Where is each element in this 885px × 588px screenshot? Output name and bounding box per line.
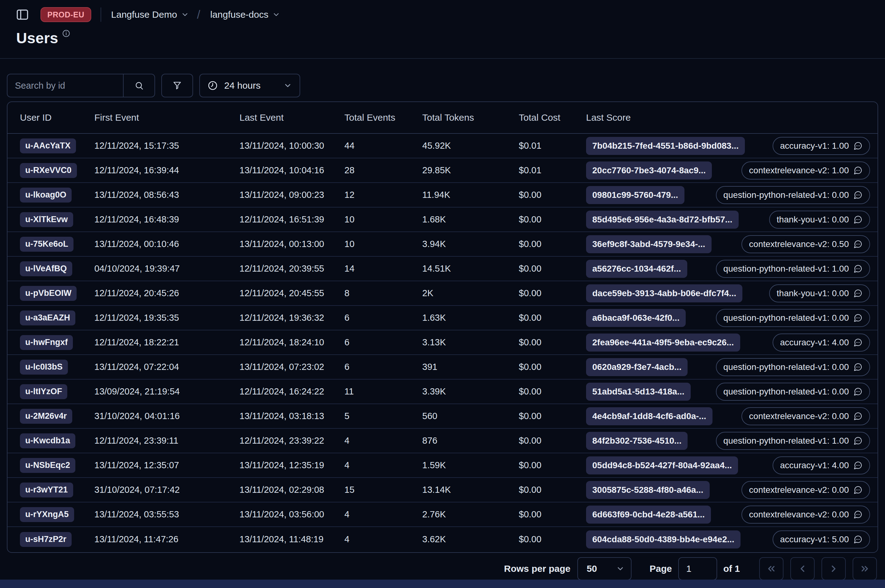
last-score-pill[interactable]: accuracy-v1: 4.00	[772, 456, 870, 474]
trace-id-badge[interactable]: 05dd94c8-b524-427f-80a4-92aa4...	[586, 456, 738, 474]
trace-id-badge[interactable]: 3005875c-5288-4f80-a46a...	[586, 481, 710, 499]
last-score-pill[interactable]: question-python-related-v1: 0.00	[716, 186, 870, 204]
table-row[interactable]: u-XlTkEvw 12/11/2024, 16:48:39 12/11/202…	[8, 207, 877, 232]
next-page-button[interactable]	[822, 557, 846, 580]
breadcrumb-project[interactable]: langfuse-docs	[210, 9, 280, 20]
chevrons-left-icon	[766, 563, 777, 574]
previous-page-button[interactable]	[790, 557, 814, 580]
last-score-pill[interactable]: question-python-related-v1: 1.00	[716, 432, 870, 450]
table-row[interactable]: u-lVeAfBQ 04/10/2024, 19:39:47 12/11/202…	[8, 256, 877, 281]
last-score-pill[interactable]: contextrelevance-v2: 0.00	[742, 407, 870, 425]
table-row[interactable]: u-lkoag0O 13/11/2024, 08:56:43 13/11/202…	[8, 183, 877, 207]
trace-id-badge[interactable]: 4e4cb9af-1dd8-4cf6-ad0a-...	[586, 407, 712, 425]
cell-total-events: 4	[345, 509, 422, 519]
last-score-pill[interactable]: contextrelevance-v2: 0.50	[742, 235, 870, 253]
clock-icon	[208, 80, 218, 91]
trace-id-badge[interactable]: 51abd5a1-5d13-418a...	[586, 382, 691, 401]
last-score-pill[interactable]: contextrelevance-v2: 1.00	[742, 162, 870, 180]
cell-total-tokens: 11.94K	[422, 190, 519, 200]
last-score-pill[interactable]: accuracy-v1: 1.00	[772, 137, 870, 155]
table-row[interactable]: u-RXeVVC0 12/11/2024, 16:39:44 13/11/202…	[8, 158, 877, 183]
last-score-pill[interactable]: question-python-related-v1: 0.00	[716, 358, 870, 376]
user-id-badge[interactable]: u-pVbEOIW	[20, 286, 77, 301]
trace-id-badge[interactable]: a56276cc-1034-462f...	[586, 260, 687, 278]
trace-id-badge[interactable]: 7b04b215-7fed-4551-b86d-9bd083...	[586, 137, 745, 155]
table-row[interactable]: u-rYXngA5 13/11/2024, 03:55:53 13/11/202…	[8, 502, 877, 527]
last-score-pill[interactable]: accuracy-v1: 5.00	[772, 531, 870, 549]
breadcrumb-org[interactable]: Langfuse Demo	[111, 9, 189, 20]
trace-id-badge[interactable]: 604cda88-50d0-4389-bb4e-e94e2...	[586, 531, 741, 549]
user-id-badge[interactable]: u-rYXngA5	[20, 507, 74, 522]
rows-per-page-select[interactable]: 50	[577, 557, 632, 580]
user-id-badge[interactable]: u-2M26v4r	[20, 409, 72, 424]
cell-total-cost: $0.00	[519, 288, 586, 298]
comment-bubble-icon	[853, 264, 862, 273]
user-id-badge[interactable]: u-RXeVVC0	[20, 163, 77, 178]
search-button[interactable]	[123, 74, 155, 97]
first-page-button[interactable]	[759, 557, 784, 580]
last-score-pill[interactable]: thank-you-v1: 0.00	[769, 211, 870, 229]
cell-total-events: 6	[345, 337, 422, 348]
column-header-last-score: Last Score	[586, 112, 870, 123]
user-id-badge[interactable]: u-75Ke6oL	[20, 237, 74, 252]
user-id-badge[interactable]: u-ltIYzOF	[20, 384, 67, 399]
user-id-badge[interactable]: u-AAcYaTX	[20, 138, 76, 153]
user-id-badge[interactable]: u-a3aEAZH	[20, 310, 75, 326]
last-page-button[interactable]	[853, 557, 877, 580]
user-id-badge[interactable]: u-r3wYT21	[20, 483, 73, 498]
table-row[interactable]: u-lc0I3bS 13/11/2024, 07:22:04 13/11/202…	[8, 355, 877, 380]
chevron-down-icon	[616, 564, 625, 573]
user-id-badge[interactable]: u-hwFngxf	[20, 335, 73, 350]
trace-id-badge[interactable]: 6d663f69-0cbd-4e28-a561...	[586, 506, 711, 524]
user-id-badge[interactable]: u-lkoag0O	[20, 188, 72, 202]
time-range-button[interactable]: 24 hours	[199, 74, 300, 98]
trace-id-badge[interactable]: 85d495e6-956e-4a3a-8d72-bfb57...	[586, 211, 739, 229]
search-input[interactable]	[8, 74, 123, 97]
table-row[interactable]: u-a3aEAZH 12/11/2024, 19:35:35 12/11/202…	[8, 306, 877, 330]
table-row[interactable]: u-sH7zP2r 13/11/2024, 11:47:26 13/11/202…	[8, 527, 877, 552]
cell-total-events: 4	[345, 534, 422, 544]
cell-total-cost: $0.00	[519, 264, 586, 274]
trace-id-badge[interactable]: 09801c99-5760-479...	[586, 186, 685, 204]
user-id-badge[interactable]: u-NSbEqc2	[20, 458, 75, 473]
trace-id-badge[interactable]: 84f2b302-7536-4510...	[586, 432, 688, 450]
last-score-pill[interactable]: question-python-related-v1: 1.00	[716, 260, 870, 278]
trace-id-badge[interactable]: 2fea96ee-441a-49f5-9eba-ec9c26...	[586, 333, 740, 351]
table-row[interactable]: u-hwFngxf 12/11/2024, 18:22:21 12/11/202…	[8, 330, 877, 355]
table-row[interactable]: u-75Ke6oL 13/11/2024, 00:10:46 13/11/202…	[8, 232, 877, 256]
last-score-pill[interactable]: thank-you-v1: 0.00	[769, 284, 870, 302]
cell-last-event: 12/11/2024, 16:51:39	[239, 214, 345, 225]
user-id-badge[interactable]: u-Kwcdb1a	[20, 434, 75, 448]
last-score-pill[interactable]: question-python-related-v1: 0.00	[716, 309, 870, 327]
trace-id-badge[interactable]: 0620a929-f3e7-4acb...	[586, 358, 688, 376]
comment-bubble-icon	[853, 461, 862, 470]
table-row[interactable]: u-pVbEOIW 12/11/2024, 20:45:26 12/11/202…	[8, 281, 877, 306]
cell-total-events: 10	[345, 214, 422, 225]
user-id-badge[interactable]: u-lc0I3bS	[20, 360, 68, 375]
trace-id-badge[interactable]: 36ef9c8f-3abd-4579-9e34-...	[586, 235, 712, 253]
trace-id-badge[interactable]: a6baca9f-063e-42f0...	[586, 309, 686, 327]
page-number-input[interactable]	[678, 557, 717, 580]
table-row[interactable]: u-Kwcdb1a 12/11/2024, 23:39:11 12/11/202…	[8, 429, 877, 453]
last-score-pill[interactable]: contextrelevance-v2: 0.00	[742, 506, 870, 524]
table-row[interactable]: u-NSbEqc2 13/11/2024, 12:35:07 13/11/202…	[8, 453, 877, 478]
sidebar-toggle-button[interactable]	[15, 8, 29, 21]
user-id-badge[interactable]: u-lVeAfBQ	[20, 261, 72, 276]
info-icon[interactable]	[62, 29, 71, 38]
trace-id-badge[interactable]: 20cc7760-7be3-4074-8ac9...	[586, 162, 712, 180]
user-id-badge[interactable]: u-sH7zP2r	[20, 532, 72, 547]
filter-button[interactable]	[161, 74, 193, 98]
table-row[interactable]: u-r3wYT21 31/10/2024, 07:17:42 13/11/202…	[8, 478, 877, 502]
user-id-badge[interactable]: u-XlTkEvw	[20, 212, 73, 227]
table-row[interactable]: u-2M26v4r 31/10/2024, 04:01:16 13/11/202…	[8, 404, 877, 429]
table-row[interactable]: u-ltIYzOF 13/09/2024, 21:19:54 12/11/202…	[8, 380, 877, 404]
cell-total-tokens: 3.13K	[422, 337, 519, 348]
trace-id-badge[interactable]: dace59eb-3913-4abb-b06e-dfc7f4...	[586, 284, 742, 302]
environment-badge[interactable]: PROD-EU	[41, 7, 91, 22]
last-score-pill[interactable]: question-python-related-v1: 0.00	[716, 382, 870, 401]
cell-total-tokens: 45.92K	[422, 141, 519, 151]
last-score-pill[interactable]: contextrelevance-v2: 0.00	[742, 481, 870, 499]
cell-total-tokens: 876	[422, 435, 519, 446]
table-row[interactable]: u-AAcYaTX 12/11/2024, 15:17:35 13/11/202…	[8, 134, 877, 158]
last-score-pill[interactable]: accuracy-v1: 4.00	[772, 333, 870, 351]
